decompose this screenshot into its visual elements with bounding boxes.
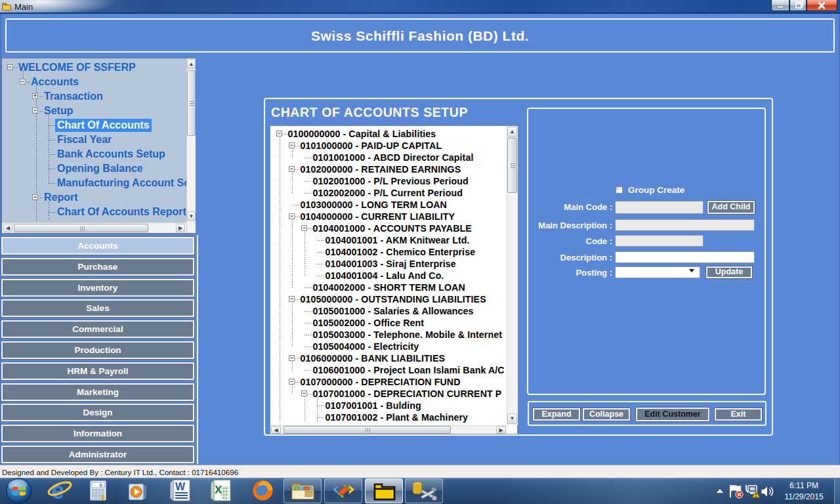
svg-text:0: 0 xyxy=(99,482,102,488)
svg-text:X: X xyxy=(215,484,222,496)
svg-text:W: W xyxy=(175,481,186,492)
